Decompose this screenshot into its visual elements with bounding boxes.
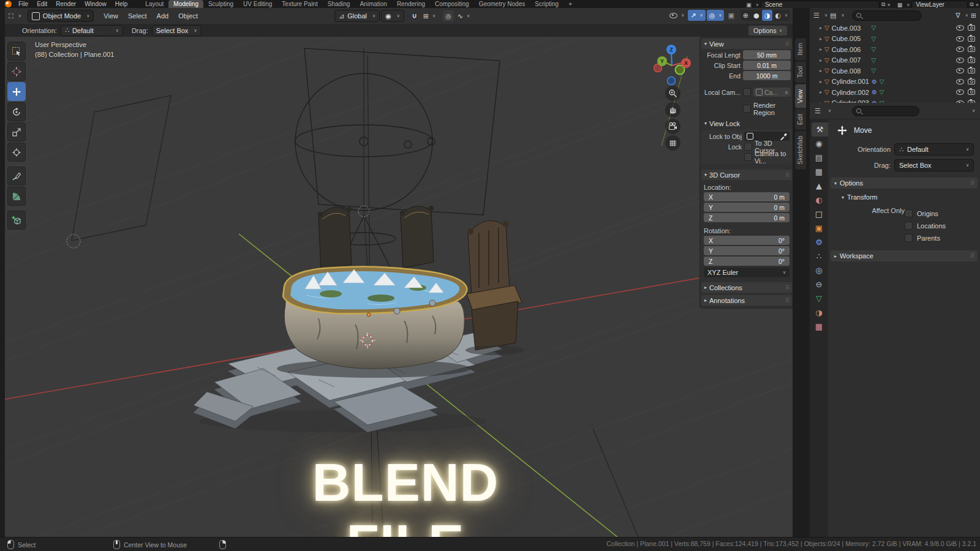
drag-dots-icon[interactable]: ⠿	[785, 172, 789, 178]
close-icon[interactable]: ×	[887, 2, 890, 8]
options-section-header[interactable]: ▾Options⠿	[831, 178, 978, 189]
measure-tool[interactable]	[7, 187, 26, 206]
menu-item[interactable]: Window	[80, 1, 111, 7]
transform-tool[interactable]	[7, 143, 26, 162]
disclosure-icon[interactable]: ▸	[820, 47, 822, 52]
drag-dots-icon[interactable]: ⠿	[785, 298, 789, 304]
blender-logo[interactable]	[5, 1, 12, 7]
xray-toggle[interactable]: ▣	[725, 10, 736, 21]
properties-tab[interactable]: ⚒	[812, 122, 828, 137]
workspace-tab[interactable]: UV Editing	[238, 0, 277, 8]
cursor-location-field[interactable]: Y0 m	[704, 203, 790, 212]
proportional-editing-toggle[interactable]: ◎	[443, 10, 454, 21]
copy-icon[interactable]: ⧉	[881, 1, 885, 8]
viewlayer-field[interactable]: ViewLayer	[911, 1, 968, 8]
object-name[interactable]: Cube.006	[832, 46, 861, 53]
object-name[interactable]: Cube.005	[832, 35, 861, 42]
workspace-tab[interactable]: Scripting	[530, 0, 564, 8]
chair-left[interactable]	[318, 207, 352, 272]
camera-view-button[interactable]	[665, 119, 680, 134]
affect-checkbox[interactable]	[905, 209, 913, 217]
outliner-search-input[interactable]	[852, 10, 922, 21]
annotations-section-header[interactable]: ▸Annotations⠿	[701, 295, 792, 305]
clip-end-field[interactable]: 1000 m	[743, 71, 791, 80]
drag-dropdown[interactable]: Select Box∨	[894, 159, 974, 171]
render-visibility-icon[interactable]	[968, 58, 975, 63]
disclosure-icon[interactable]: ▸	[820, 25, 822, 31]
empty-circle[interactable]	[67, 234, 80, 248]
move-tool[interactable]	[7, 82, 26, 101]
menu-item[interactable]: File	[14, 1, 32, 7]
focal-length-field[interactable]: 50 mm	[743, 50, 791, 59]
view-lock-header[interactable]: ▾ View Lock	[701, 118, 792, 129]
workspace-tab[interactable]: Shading	[323, 0, 355, 8]
zoom-button[interactable]	[665, 86, 680, 101]
snap-target-dropdown[interactable]: ⊞∨	[421, 10, 438, 21]
options-button[interactable]: Options ∨	[748, 25, 788, 36]
properties-tab[interactable]: ◉	[810, 137, 828, 151]
pivot-point-dropdown[interactable]: ◉∨	[381, 10, 404, 22]
camera-to-view-checkbox[interactable]	[744, 153, 752, 161]
drag-dots-icon[interactable]: ⠿	[970, 253, 974, 259]
rotate-tool[interactable]	[7, 102, 26, 121]
filter-funnel-icon[interactable]: ∇	[956, 12, 960, 20]
side-quad[interactable]	[72, 96, 171, 241]
visibility-dropdown[interactable]: ∨	[667, 10, 687, 21]
euler-mode-dropdown[interactable]: XYZ Euler∨	[704, 268, 790, 277]
transform-subsection[interactable]: ▾Transform	[842, 193, 980, 201]
collections-section-header[interactable]: ▸Collections⠿	[701, 282, 792, 293]
object-name[interactable]: Cylinder.001	[832, 78, 869, 85]
workspace-tab[interactable]: +	[564, 0, 577, 8]
close-icon[interactable]: ×	[976, 2, 979, 8]
properties-tab[interactable]: ⊖	[810, 277, 828, 291]
tool-orientation-dropdown[interactable]: ∴ Default ∨	[61, 25, 123, 36]
render-visibility-icon[interactable]	[968, 36, 975, 42]
tool-drag-dropdown[interactable]: Select Box ∨	[152, 25, 202, 36]
properties-editor-icon[interactable]: ☰	[815, 107, 821, 115]
disclosure-icon[interactable]: ▸	[820, 58, 822, 63]
outliner-row[interactable]: ▸ ▽ Cylinder.002 ⚙ ▽	[810, 87, 980, 98]
orthographic-toggle-button[interactable]	[665, 135, 680, 151]
render-visibility-icon[interactable]	[968, 25, 975, 31]
properties-tab[interactable]: ▦	[810, 320, 828, 334]
n-panel-tab[interactable]: View	[795, 84, 806, 108]
shading-rendered-button[interactable]: ◐∨	[772, 10, 790, 21]
menu-item[interactable]: Help	[111, 1, 132, 7]
viewport-menu-item[interactable]: Select	[123, 12, 152, 20]
workspace-tab[interactable]: Animation	[355, 0, 391, 8]
orientation-dropdown[interactable]: ∴Default∨	[894, 143, 974, 156]
workspace-section-header[interactable]: ▸Workspace⠿	[831, 250, 978, 261]
affect-checkbox[interactable]	[905, 222, 913, 230]
hide-eye-icon[interactable]	[956, 36, 964, 42]
editor-type-icon[interactable]: ⛶	[9, 12, 13, 20]
object-name[interactable]: Cube.003	[832, 24, 861, 32]
disclosure-icon[interactable]: ▸	[820, 79, 822, 84]
select-box-tool[interactable]	[7, 42, 26, 61]
properties-tab[interactable]: ∴	[810, 249, 828, 263]
to-3d-cursor-checkbox[interactable]	[744, 143, 752, 151]
close-icon[interactable]: ×	[785, 89, 788, 96]
workspace-tab[interactable]: Sculpting	[203, 0, 238, 8]
render-visibility-icon[interactable]	[968, 68, 975, 73]
local-camera-checkbox[interactable]	[743, 88, 751, 96]
hide-eye-icon[interactable]	[956, 68, 964, 73]
mode-dropdown[interactable]: Object Mode ∨	[28, 10, 94, 22]
outliner-row[interactable]: ▸ ▽ Cube.007 ⚙ ▽	[810, 55, 980, 66]
origin-dot[interactable]	[367, 313, 371, 317]
properties-tab[interactable]: ▦	[810, 165, 828, 179]
view-section-header[interactable]: ▾ View ⠿	[701, 39, 792, 49]
outliner-row[interactable]: ▸ ▽ Cube.006 ⚙ ▽	[810, 44, 980, 55]
annotate-tool[interactable]	[7, 167, 26, 186]
disclosure-icon[interactable]: ▸	[820, 89, 822, 95]
scale-tool[interactable]	[7, 122, 26, 141]
cursor-tool[interactable]	[7, 62, 26, 81]
hide-eye-icon[interactable]	[956, 47, 964, 52]
shading-solid-button[interactable]: ●	[751, 10, 762, 21]
hide-eye-icon[interactable]	[956, 58, 964, 63]
properties-tab[interactable]: ▣	[810, 221, 828, 235]
cursor-rotation-field[interactable]: X0°	[704, 236, 790, 245]
disclosure-icon[interactable]: ▸	[820, 68, 822, 73]
cursor-rotation-field[interactable]: Y0°	[704, 246, 790, 255]
overlays-toggle[interactable]: ◎∨	[707, 10, 725, 21]
menu-item[interactable]: Render	[51, 1, 80, 7]
